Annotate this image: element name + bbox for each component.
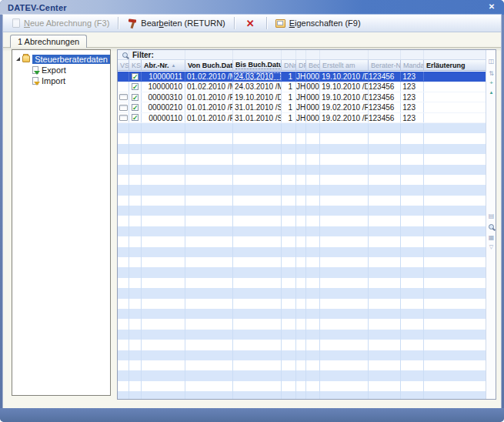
cell-berater[interactable]: 123456: [369, 82, 401, 91]
empty-row[interactable]: [118, 278, 486, 288]
column-header-df[interactable]: DF: [296, 60, 306, 70]
cell-berater[interactable]: 123456: [369, 72, 401, 81]
cell-berater[interactable]: 123456: [369, 102, 401, 112]
cell-erstellt[interactable]: 19.02.2010 /Fr: [320, 102, 369, 112]
cell-berater[interactable]: 123456: [369, 92, 401, 102]
cell-von[interactable]: 01.02.2010 /Mo: [185, 82, 233, 91]
cell-erstellt[interactable]: 19.02.2010 /Fr: [320, 113, 369, 122]
cell-bed[interactable]: 000: [306, 72, 320, 81]
column-header-dnr[interactable]: DNr.: [282, 60, 296, 70]
cell-bed[interactable]: 000: [306, 82, 320, 91]
cell-df[interactable]: JH: [296, 82, 306, 91]
cell-mandant[interactable]: 123: [401, 92, 424, 102]
add-icon[interactable]: +: [487, 79, 496, 87]
tree-item-export[interactable]: Export: [12, 65, 110, 75]
cell-erl[interactable]: [424, 82, 486, 91]
filter-cell-bed[interactable]: [306, 50, 320, 59]
tree-item-steuerberaterdaten[interactable]: Steuerberaterdaten: [12, 54, 110, 64]
checkbox-checked-icon[interactable]: [132, 114, 139, 121]
cell-ks[interactable]: [129, 113, 142, 122]
column-header-erl[interactable]: Erläuterung: [424, 60, 486, 70]
empty-row[interactable]: [118, 319, 486, 329]
filter-magnifier-icon[interactable]: [122, 52, 128, 58]
empty-row[interactable]: [118, 123, 486, 133]
cell-bed[interactable]: 000: [306, 102, 320, 112]
cell-df[interactable]: JH: [296, 92, 306, 102]
cell-ks[interactable]: [129, 92, 142, 102]
table-row[interactable]: 0000031001.01.2010 /Fr19.10.2010 /Di1JH0…: [118, 92, 486, 102]
cell-erl[interactable]: [424, 92, 486, 102]
list-view-icon[interactable]: ▤: [487, 213, 496, 220]
tree-item-import[interactable]: Import: [12, 75, 110, 85]
cell-erl[interactable]: [424, 72, 486, 81]
cell-vs[interactable]: [118, 113, 129, 122]
column-header-von[interactable]: Von Buch.Datum: [185, 60, 233, 70]
filter-cell-von[interactable]: [185, 50, 233, 59]
filter-cell-mandant[interactable]: [401, 50, 424, 59]
cell-erstellt[interactable]: 19.10.2010 /Di: [320, 72, 369, 81]
cell-df[interactable]: JH: [296, 72, 306, 81]
cell-ks[interactable]: [129, 82, 142, 91]
empty-row[interactable]: [118, 350, 486, 360]
checkbox-checked-icon[interactable]: [132, 104, 139, 111]
empty-row[interactable]: [118, 288, 486, 298]
cell-abr[interactable]: 00000310: [142, 92, 185, 102]
cell-abr[interactable]: 10000011: [142, 72, 185, 81]
column-header-ks[interactable]: KS: [129, 60, 142, 70]
cell-von[interactable]: 01.01.2010 /Fr: [185, 113, 233, 122]
empty-row[interactable]: [118, 185, 486, 195]
filter-cell-erl[interactable]: [424, 50, 486, 59]
checkbox-checked-icon[interactable]: [132, 83, 139, 90]
expand-up-icon[interactable]: ▲: [487, 89, 496, 96]
column-header-erstellt[interactable]: Erstellt am: [320, 60, 369, 70]
cell-abr[interactable]: 00000110: [142, 113, 185, 122]
cell-vs[interactable]: [118, 82, 129, 91]
empty-row[interactable]: [118, 226, 486, 236]
bearbeiten-button[interactable]: Bearbeiten (RETURN): [122, 15, 229, 31]
cell-erstellt[interactable]: 19.10.2010 /Di: [320, 82, 369, 91]
empty-row[interactable]: [118, 216, 486, 226]
empty-row[interactable]: [118, 165, 486, 175]
cell-ks[interactable]: [129, 102, 142, 112]
cell-von[interactable]: 01.01.2010 /Fr: [185, 102, 233, 112]
empty-row[interactable]: [118, 370, 486, 380]
empty-row[interactable]: [118, 330, 486, 340]
eigenschaften-button[interactable]: Eigenschaften (F9): [271, 15, 365, 31]
empty-row[interactable]: [118, 381, 486, 391]
table-row[interactable]: 1000001101.02.2010 /Mo24.03.20101JH00019…: [118, 72, 486, 82]
cell-mandant[interactable]: 123: [401, 102, 424, 112]
cell-bis[interactable]: 31.01.2010 /So: [233, 102, 282, 112]
empty-row[interactable]: [118, 236, 486, 246]
filter-cell-dnr[interactable]: [282, 50, 296, 59]
table-row[interactable]: 0000011001.01.2010 /Fr31.01.2010 /So1JH0…: [118, 113, 486, 123]
empty-row[interactable]: [118, 257, 486, 267]
filter-funnel-icon[interactable]: ▽: [487, 243, 496, 251]
cell-von[interactable]: 01.02.2010 /Mo: [185, 72, 233, 81]
column-header-vs[interactable]: VS: [118, 60, 129, 70]
cell-bis[interactable]: 19.10.2010 /Di: [233, 92, 282, 102]
cell-dnr[interactable]: 1: [282, 92, 296, 102]
cell-mandant[interactable]: 123: [401, 72, 424, 81]
cell-erl[interactable]: [424, 113, 486, 122]
cell-df[interactable]: JH: [296, 102, 306, 112]
column-header-abr[interactable]: Abr.-Nr.▲: [142, 60, 185, 70]
cell-dnr[interactable]: 1: [282, 113, 296, 122]
tab-abrechnungen[interactable]: 1 Abrechnungen: [10, 35, 87, 48]
cell-erl[interactable]: [424, 102, 486, 112]
filter-cell-erstellt[interactable]: [320, 50, 369, 59]
cell-erstellt[interactable]: 19.10.2010 /Di: [320, 92, 369, 102]
empty-row[interactable]: [118, 247, 486, 257]
empty-row[interactable]: [118, 206, 486, 216]
cell-bed[interactable]: 000: [306, 113, 320, 122]
zoom-icon[interactable]: [489, 224, 494, 229]
cell-ks[interactable]: [129, 72, 142, 81]
close-icon[interactable]: ✕: [486, 2, 497, 12]
empty-row[interactable]: [118, 154, 486, 164]
cell-mandant[interactable]: 123: [401, 113, 424, 122]
cell-df[interactable]: JH: [296, 113, 306, 122]
cell-dnr[interactable]: 1: [282, 102, 296, 112]
empty-row[interactable]: [118, 360, 486, 370]
empty-row[interactable]: [118, 144, 486, 154]
empty-row[interactable]: [118, 309, 486, 319]
cell-mandant[interactable]: 123: [401, 82, 424, 91]
